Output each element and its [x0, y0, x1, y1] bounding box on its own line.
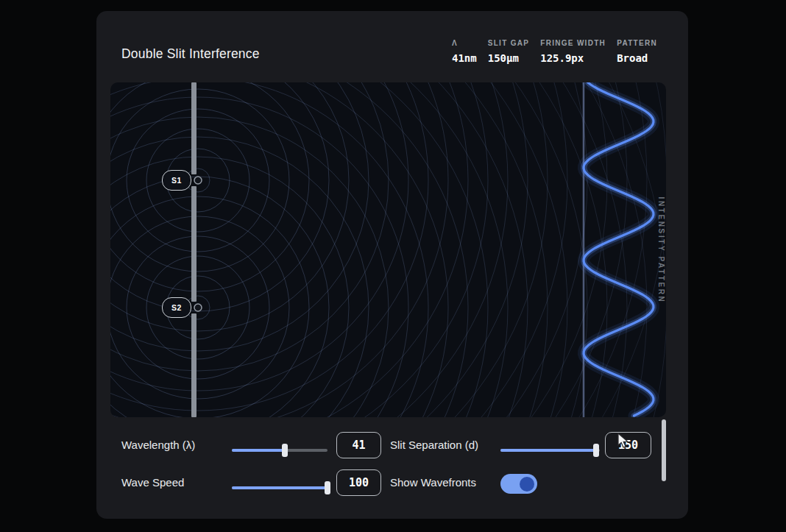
stat-lambda: Λ 41nm [452, 39, 477, 64]
slit-s1-badge: S1 [162, 170, 191, 191]
slit-separation-slider[interactable] [500, 444, 600, 457]
show-wavefronts-label: Show Wavefronts [390, 476, 476, 489]
wavelength-label: Wavelength (λ) [121, 439, 195, 451]
wavelength-slider[interactable] [232, 444, 328, 457]
stat-fringe-width-value: 125.9px [540, 52, 584, 64]
toggle-knob [520, 477, 534, 492]
stat-lambda-value: 41nm [452, 52, 477, 64]
wavelength-value-box[interactable]: 41 [336, 432, 381, 458]
app-card: Double Slit Interference Λ 41nm SLIT GAP… [96, 11, 688, 519]
stat-pattern-label: PATTERN [617, 39, 657, 47]
wavelength-slider-fill [232, 449, 285, 452]
stat-fringe-width-label: FRINGE WIDTH [540, 39, 606, 47]
intensity-pattern-label: INTENSITY PATTERN [657, 196, 665, 303]
wave-speed-value-box[interactable]: 100 [336, 469, 381, 496]
wave-speed-label: Wave Speed [121, 476, 184, 489]
wave-speed-slider[interactable] [232, 481, 328, 494]
header-stats: Λ 41nm SLIT GAP 150μm FRINGE WIDTH 125.9… [452, 39, 657, 64]
page-title: Double Slit Interference [121, 46, 260, 62]
scrollbar-thumb[interactable] [662, 419, 666, 481]
stat-slit-gap-label: SLIT GAP [488, 39, 530, 47]
show-wavefronts-toggle[interactable] [500, 474, 537, 494]
wave-canvas-svg [110, 82, 666, 417]
stat-lambda-label: Λ [452, 39, 458, 47]
stat-pattern-value: Broad [617, 52, 648, 64]
slit-separation-slider-thumb[interactable] [593, 444, 599, 457]
simulation-canvas: S1 S2 INTENSITY PATTERN [110, 82, 666, 417]
slit-separation-slider-fill [500, 449, 596, 452]
wave-speed-slider-fill [232, 486, 328, 489]
wavelength-slider-thumb[interactable] [282, 444, 288, 457]
slit-separation-label: Slit Separation (d) [390, 439, 478, 451]
stat-pattern: PATTERN Broad [617, 39, 657, 64]
slit-s2-badge: S2 [162, 297, 191, 318]
stat-slit-gap: SLIT GAP 150μm [488, 39, 530, 64]
wave-speed-slider-thumb[interactable] [325, 481, 330, 494]
mouse-cursor [617, 433, 631, 450]
stat-fringe-width: FRINGE WIDTH 125.9px [540, 39, 606, 64]
stat-slit-gap-value: 150μm [488, 52, 519, 64]
page: Double Slit Interference Λ 41nm SLIT GAP… [0, 0, 786, 532]
